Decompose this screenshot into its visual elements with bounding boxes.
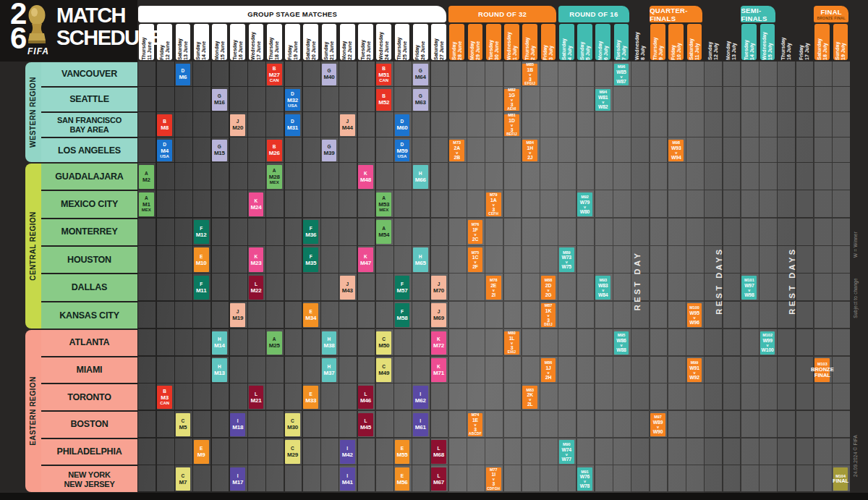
match-group-letter: J — [346, 119, 349, 124]
match-team2: 3 — [474, 427, 477, 432]
date-header-6: Wednesday17 June — [248, 24, 264, 60]
match-team1: 1E — [472, 418, 478, 423]
date-value: 30 June — [494, 24, 500, 60]
match-cell-M65: HM65 — [413, 247, 428, 271]
date-value: 12 June — [165, 24, 171, 60]
match-cell-M6: DM6 — [176, 64, 191, 85]
rest-label-1: REST DAYS — [715, 223, 729, 339]
date-header-3: Sunday14 June — [193, 24, 209, 60]
phase-band-label: ROUND OF 16 — [569, 10, 618, 18]
match-cell-M73: M732Av2B — [449, 140, 464, 161]
date-header-33: Tuesday14 July — [741, 24, 757, 60]
date-value: 20 June — [311, 24, 317, 60]
match-group-letter: A — [273, 168, 276, 174]
phase-band-label: SEMI-FINALS — [741, 7, 775, 22]
match-title: FINAL — [833, 478, 848, 484]
match-group-letter: H — [419, 171, 422, 177]
side-note-1: Subject to change — [853, 258, 860, 338]
match-cell-M67: LM67 — [431, 467, 446, 491]
date-value: 6 July — [603, 24, 609, 60]
date-header-28: Thursday9 July — [650, 24, 666, 60]
match-group-letter: B — [163, 389, 166, 394]
match-code: M56 — [396, 479, 407, 486]
match-code: M1 — [142, 201, 150, 208]
phase-band-qf: QUARTER-FINALS — [650, 6, 702, 22]
match-team1: 1G — [509, 93, 515, 98]
match-cell-M7: CM7 — [176, 467, 191, 491]
match-group-letter: J — [237, 309, 239, 315]
date-value: 3 July — [548, 24, 554, 60]
match-cell-M51: BM51CAN — [376, 64, 391, 85]
match-group-letter: K — [437, 336, 441, 342]
match-team1: W91 — [689, 365, 699, 370]
date-value: 22 June — [347, 24, 353, 60]
match-team1: 1L — [509, 336, 515, 341]
match-code: M71 — [433, 370, 444, 376]
date-weekday: Saturday — [305, 24, 311, 60]
match-team1: 1K — [545, 308, 551, 313]
date-header-32: Monday13 July — [723, 24, 739, 60]
match-team2: W84 — [598, 292, 608, 297]
date-value: 25 June — [402, 24, 408, 60]
match-group-letter: H — [328, 336, 331, 342]
date-value: 7 July — [621, 24, 627, 60]
match-code: M10 — [196, 260, 207, 266]
match-code: M20 — [232, 124, 243, 131]
phase-band-final: FINALBRONZE FINAL — [814, 6, 848, 22]
match-cell-M98: M98W93vW94 — [668, 140, 684, 161]
match-cell-M55: EM55 — [395, 440, 410, 464]
match-group-letter: F — [401, 309, 404, 315]
region-label-1: CENTRAL REGION — [25, 174, 41, 318]
match-team2: 3 — [492, 207, 495, 212]
match-cell-M102: M102W99vW100 — [760, 331, 775, 355]
match-code: M40 — [323, 74, 334, 80]
match-team2: W87 — [616, 79, 626, 84]
date-value: 15 July — [767, 24, 773, 60]
city-label: MIAMI — [41, 357, 137, 385]
date-weekday: Wednesday — [506, 24, 512, 60]
match-cell-M17: IM17 — [230, 467, 245, 491]
match-code: M26 — [269, 150, 280, 156]
match-code: M49 — [378, 370, 389, 376]
date-value: 18 July — [822, 24, 828, 60]
date-header-29: Friday10 July — [668, 24, 684, 60]
match-group-letter: A — [382, 226, 386, 232]
date-weekday: Saturday — [817, 24, 822, 60]
match-cell-M69: JM69 — [431, 303, 446, 327]
match-group-letter: G — [218, 144, 221, 150]
match-group-letter: G — [327, 144, 331, 150]
match-team2: 3 — [529, 77, 532, 82]
match-code: M39 — [323, 150, 334, 156]
date-header-18: Monday29 June — [467, 24, 483, 60]
match-code: M59 — [396, 148, 407, 154]
match-code: M48 — [360, 177, 371, 183]
match-cell-M60: DM60 — [395, 114, 410, 136]
match-team1: W73 — [562, 255, 571, 260]
match-cell-M101: M101W97vW98 — [741, 276, 757, 300]
match-code: M34 — [305, 315, 316, 321]
match-team2: 2J — [527, 155, 532, 160]
date-weekday: Monday — [214, 24, 220, 60]
date-value: 28 June — [457, 24, 463, 60]
match-cell-M14: HM14 — [212, 331, 227, 355]
match-cell-M74: M741Ev3ABCDF — [468, 413, 483, 437]
match-team1: W89 — [653, 420, 663, 425]
match-code: M9 — [197, 452, 205, 458]
match-cell-M83: M832Kv2L — [522, 386, 537, 410]
match-cell-M59: DM59USA — [395, 140, 410, 161]
match-group-letter: E — [310, 309, 312, 315]
date-value: 27 June — [439, 24, 445, 60]
match-cell-M99: M99W91vW92 — [687, 358, 702, 382]
match-group-letter: E — [401, 473, 404, 479]
match-cell-M18: IM18 — [230, 413, 245, 437]
match-code: M42 — [342, 452, 353, 458]
match-cell-M41: IM41 — [340, 467, 355, 491]
match-cell-M47: KM47 — [358, 247, 373, 271]
date-value: 18 June — [274, 24, 280, 60]
city-label: SAN FRANCISCO BAY AREA — [41, 113, 137, 138]
phase-band-sf: SEMI-FINALS — [741, 6, 775, 22]
match-code: M66 — [415, 177, 426, 183]
match-cell-M33: EM33 — [303, 386, 318, 410]
match-code: M6 — [179, 74, 187, 80]
date-weekday: Monday — [597, 24, 603, 60]
